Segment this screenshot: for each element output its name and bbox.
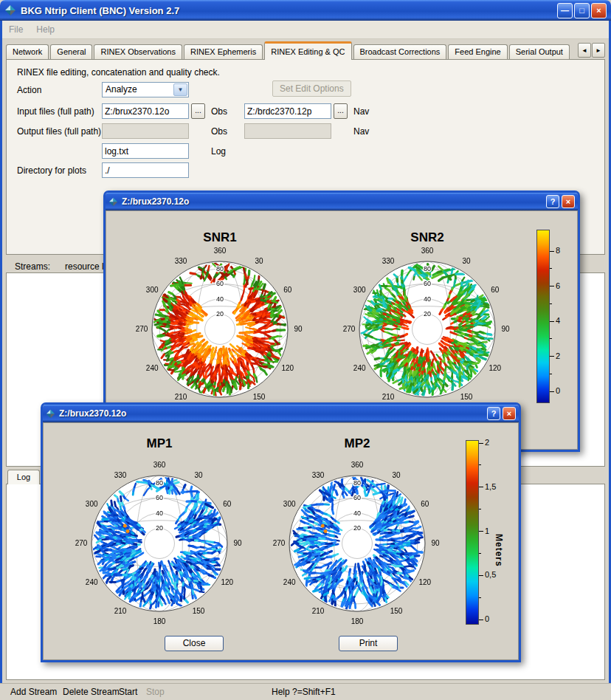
browse-obs-button[interactable]: ...: [191, 103, 205, 119]
colorbar-tick: [479, 553, 481, 554]
tab-scroll-left-icon[interactable]: ◄: [578, 43, 591, 58]
help-hint: Help ?=Shift+F1: [272, 687, 336, 697]
output-obs-field[interactable]: [102, 123, 189, 139]
dialog-print-button[interactable]: Print: [339, 636, 398, 651]
colorbar-unit-label: Meters: [494, 501, 504, 600]
colorbar-tick: [479, 443, 483, 444]
colorbar-tick: [479, 509, 481, 509]
help-icon[interactable]: ?: [487, 407, 500, 420]
input-obs-field[interactable]: [102, 103, 189, 119]
action-select[interactable]: Analyze ▼: [102, 82, 189, 97]
tab-scroll-right-icon[interactable]: ►: [592, 43, 605, 58]
mp-dialog-titlebar[interactable]: Z:/brux2370.12o ? ×: [43, 405, 519, 422]
app-icon: [4, 4, 16, 16]
mp-colorbar-gradient: [466, 440, 479, 625]
colorbar-tick: [479, 531, 483, 532]
app-icon: [46, 409, 55, 419]
mp1-skyplot: [75, 459, 244, 628]
menu-file[interactable]: File: [2, 24, 30, 35]
menubar: File Help: [2, 21, 609, 39]
output-nav-field[interactable]: [244, 123, 331, 139]
close-button[interactable]: ×: [591, 3, 607, 18]
colorbar-tick: [550, 374, 552, 374]
start-button[interactable]: Start: [119, 687, 137, 697]
mp2-plot-title: MP2: [272, 436, 442, 451]
mp-dialog-body: MP1 MP2 21,510,50 Meters Close Print: [43, 422, 519, 660]
mp2-skyplot: [272, 459, 442, 628]
mp-colorbar: 21,510,50: [466, 440, 479, 625]
tab-rinex-observations[interactable]: RINEX Observations: [94, 44, 182, 59]
colorbar-tick: [479, 620, 483, 620]
colorbar-tick: [550, 268, 552, 269]
tab-feed-engine[interactable]: Feed Engine: [448, 44, 507, 59]
snr-colorbar: 86420: [536, 230, 550, 403]
output-files-label: Output files (full path): [17, 126, 101, 137]
close-icon[interactable]: ×: [562, 195, 575, 208]
snr2-plot-title: SNR2: [342, 230, 512, 245]
colorbar-tick: [550, 303, 552, 304]
window-title: BKG Ntrip Client (BNC) Version 2.7: [21, 5, 556, 16]
delete-stream-button[interactable]: Delete Stream: [63, 687, 120, 697]
snr1-plot-title: SNR1: [135, 230, 305, 245]
obs-label-input: Obs: [211, 106, 227, 117]
colorbar-tick-label: 8: [556, 246, 560, 255]
colorbar-tick-label: 1: [485, 526, 489, 535]
colorbar-tick: [479, 575, 483, 576]
add-stream-button[interactable]: Add Stream: [10, 687, 57, 697]
browse-nav-button[interactable]: ...: [334, 103, 348, 119]
action-select-value: Analyze: [106, 84, 137, 95]
colorbar-tick: [550, 338, 552, 339]
minimize-button[interactable]: —: [557, 3, 573, 18]
colorbar-tick: [550, 286, 554, 286]
statusbar: Add Stream Delete Stream Start Stop Help…: [0, 683, 611, 700]
plots-dir-field[interactable]: [102, 162, 189, 178]
colorbar-tick-label: 1,5: [485, 482, 496, 491]
colorbar-tick: [479, 464, 481, 465]
action-label: Action: [17, 85, 41, 95]
log-label: Log: [211, 146, 226, 157]
snr-dialog-title: Z:/brux2370.12o: [122, 196, 544, 207]
plots-dir-label: Directory for plots: [17, 165, 86, 176]
colorbar-tick: [550, 356, 554, 357]
tab-broadcast-corrections[interactable]: Broadcast Corrections: [353, 44, 447, 59]
stop-button[interactable]: Stop: [146, 687, 165, 697]
streams-label: Streams:: [15, 261, 50, 272]
tab-general[interactable]: General: [50, 44, 92, 59]
menu-help[interactable]: Help: [30, 24, 61, 35]
close-icon[interactable]: ×: [503, 407, 516, 420]
input-nav-field[interactable]: [244, 103, 331, 119]
nav-label-output: Nav: [353, 126, 369, 137]
input-files-label: Input files (full path): [17, 106, 94, 117]
colorbar-tick: [550, 391, 554, 392]
snr1-skyplot: [135, 244, 305, 414]
colorbar-tick-label: 4: [556, 316, 560, 325]
tab-scroll-control: ◄ ►: [577, 43, 605, 58]
tab-serial-output[interactable]: Serial Output: [509, 44, 570, 59]
tab-rinex-ephemeris[interactable]: RINEX Ephemeris: [184, 44, 263, 59]
log-tab[interactable]: Log: [7, 470, 40, 484]
maximize-button[interactable]: □: [574, 3, 590, 18]
tab-rinex-editing-qc[interactable]: RINEX Editing & QC: [264, 41, 351, 60]
colorbar-tick: [550, 321, 554, 322]
set-edit-options-button[interactable]: Set Edit Options: [272, 80, 351, 97]
obs-label-output: Obs: [211, 126, 227, 137]
window-border-left: [0, 21, 2, 700]
snr-colorbar-gradient: [536, 230, 550, 403]
colorbar-tick: [479, 487, 483, 487]
mp-plot-dialog: Z:/brux2370.12o ? × MP1 MP2 21,510,50 Me…: [41, 402, 521, 662]
colorbar-tick-label: 2: [485, 438, 489, 447]
tab-strip: Network General RINEX Observations RINEX…: [6, 41, 605, 59]
tab-network[interactable]: Network: [6, 44, 49, 59]
window-titlebar[interactable]: BKG Ntrip Client (BNC) Version 2.7 — □ ×: [0, 0, 611, 21]
app-icon: [108, 197, 118, 207]
chevron-down-icon[interactable]: ▼: [173, 83, 187, 96]
colorbar-tick: [479, 597, 481, 598]
mp-dialog-title: Z:/brux2370.12o: [59, 408, 485, 419]
dialog-close-button[interactable]: Close: [165, 636, 224, 651]
colorbar-tick-label: 0: [556, 386, 560, 395]
snr-dialog-titlebar[interactable]: Z:/brux2370.12o ? ×: [106, 193, 578, 210]
help-icon[interactable]: ?: [546, 195, 559, 208]
log-file-field[interactable]: [102, 143, 189, 159]
panel-description: RINEX file editing, concatenation and qu…: [17, 67, 220, 78]
colorbar-tick-label: 2: [556, 351, 560, 360]
